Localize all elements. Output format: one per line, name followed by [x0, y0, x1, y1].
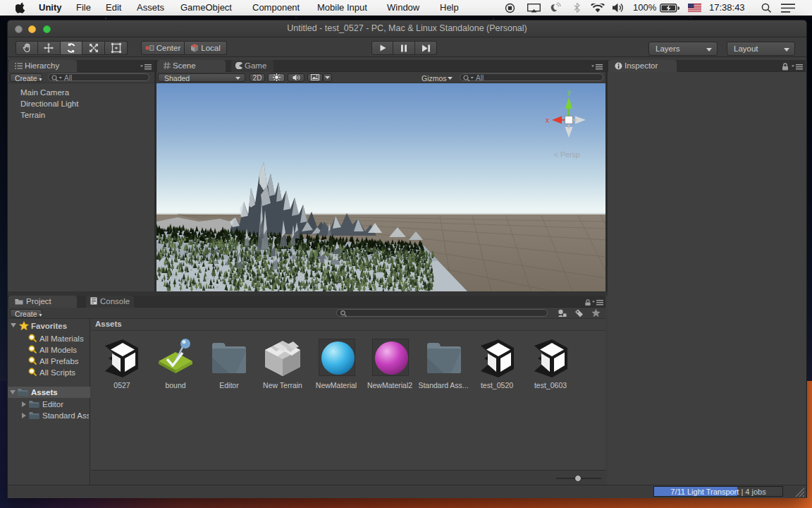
svg-text:y: y: [567, 88, 571, 96]
svg-text:x: x: [546, 116, 549, 124]
svg-text:< Persp: < Persp: [554, 150, 580, 159]
